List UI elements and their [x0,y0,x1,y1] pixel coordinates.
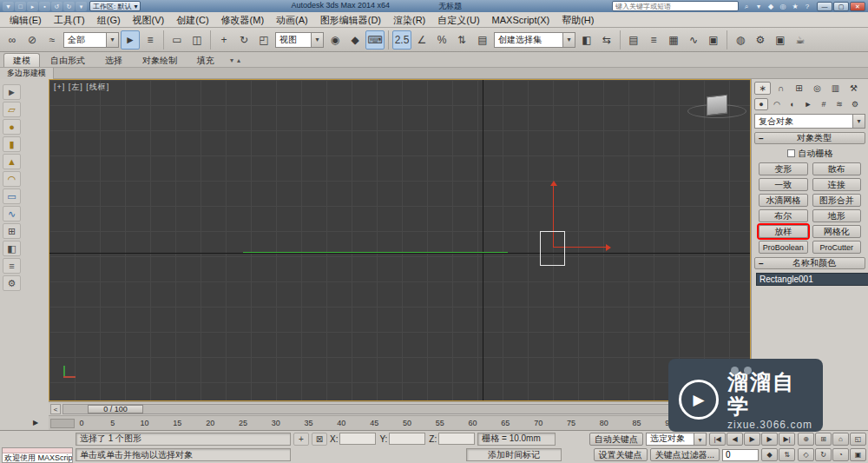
maximize-viewport-toggle-icon[interactable]: ▣ [850,448,866,461]
polygon-modeling-panel-tab[interactable]: 多边形建模 [0,68,54,79]
ribbon-tab-selection[interactable]: 选择 [95,53,132,67]
align-icon[interactable]: ⇆ [597,30,616,50]
coordinate-input[interactable] [389,433,425,445]
menu-rendering[interactable]: 渲染(R) [387,13,431,27]
display-tab-icon[interactable]: ▥ [827,82,844,95]
exchange-apps-icon[interactable]: ◆ [766,2,776,11]
rectangle-spline-edge[interactable] [243,252,508,253]
rendered-frame-window-icon[interactable]: ▣ [771,30,790,50]
settings-tool-icon[interactable]: ⚙ [3,275,21,291]
menu-views[interactable]: 视图(V) [127,13,171,27]
menu-customize[interactable]: 自定义(U) [431,13,485,27]
shapes-category-icon[interactable]: ◠ [770,98,784,110]
select-by-name-icon[interactable]: ≡ [141,30,160,50]
zoom-region-icon[interactable]: ◱ [850,433,866,446]
track-bar[interactable]: 0510152025303540455055606570758085909510… [49,415,751,430]
collapse-rollout-icon[interactable]: − [759,259,767,268]
play-animation-icon[interactable]: ▶ [744,433,760,446]
infocenter-search-input[interactable] [612,1,739,11]
select-object-icon[interactable]: ► [121,30,140,50]
box-primitive-icon[interactable]: ▱ [3,102,21,117]
ribbon-toggle-icon[interactable]: ▦ [664,30,683,50]
scene-explorer-icon[interactable]: ▤ [624,30,643,50]
blobmesh-button[interactable]: 水滴网格 [759,194,808,207]
menu-tools[interactable]: 工具(T) [48,13,91,27]
shapes-tool-icon[interactable]: ∿ [3,206,21,222]
previous-frame-arrow[interactable]: < [50,404,61,414]
menu-modifiers[interactable]: 修改器(M) [215,13,271,27]
key-filters-button[interactable]: 关键点过滤器... [650,448,720,461]
menu-edit[interactable]: 编辑(E) [3,13,48,27]
project-folder-icon[interactable]: ▾ [76,2,87,11]
minimize-button[interactable]: — [817,2,832,11]
torus-primitive-icon[interactable]: ◠ [3,171,21,187]
object-name-field[interactable] [756,273,868,286]
coordinate-input[interactable] [339,433,376,445]
application-menu-icon[interactable]: ▼ [3,2,14,11]
cylinder-primitive-icon[interactable]: ▮ [3,136,21,152]
zoom-extents-icon[interactable]: ⌂ [832,433,849,446]
orbit-icon[interactable]: ↻ [815,448,832,461]
hierarchy-tab-icon[interactable]: ⊞ [791,82,807,95]
angle-snap-icon[interactable]: ∠ [412,30,431,50]
autogrid-checkbox[interactable] [787,149,795,157]
coordinate-input[interactable] [438,433,475,445]
proboolean-button[interactable]: ProBoolean [759,241,808,254]
viewport-left[interactable]: [+] [左] [线框] [49,79,751,401]
key-mode-toggle-icon[interactable]: ◆ [761,448,778,461]
selection-filter-dropdown[interactable]: 全部 ▾ [63,32,119,48]
cameras-category-icon[interactable]: ► [801,98,815,110]
geometry-category-icon[interactable]: ● [754,98,768,110]
undo-icon[interactable]: ↺ [51,2,62,11]
terrain-button[interactable]: 地形 [812,209,862,222]
selected-objects-dropdown[interactable]: 选定对象 ▾ [646,433,707,446]
minimize-ribbon-icon[interactable]: ▴ [237,56,240,64]
object-type-rollout-header[interactable]: − 对象类型 [754,132,865,144]
set-key-button[interactable]: 设置关键点 [594,448,648,461]
ribbon-tab-modeling[interactable]: 建模 [3,53,40,67]
expand-panel-icon[interactable]: ▶ [33,419,38,427]
communication-center-icon[interactable]: ◎ [778,2,788,11]
lights-category-icon[interactable]: ◐ [786,98,799,110]
utilities-tab-icon[interactable]: ⚒ [845,82,862,95]
window-crossing-icon[interactable]: ◫ [187,30,207,50]
viewcube-cube[interactable] [707,95,727,116]
create-tab-icon[interactable]: ∗ [754,82,771,95]
motion-tab-icon[interactable]: ◎ [809,82,825,95]
mirror-icon[interactable]: ◧ [577,30,596,50]
field-of-view-icon[interactable]: ◔ [832,448,849,461]
render-setup-icon[interactable]: ⚙ [751,30,770,50]
unlink-selection-icon[interactable]: ⊘ [23,30,42,50]
ribbon-tab-freeform[interactable]: 自由形式 [41,53,95,67]
next-frame-icon[interactable]: ▶ [761,433,778,446]
modify-tab-icon[interactable]: ∩ [773,82,789,95]
menu-maxscript[interactable]: MAXScript(X) [486,13,556,27]
maxscript-mini-listener[interactable]: 欢迎使用 MAXScript [2,447,73,463]
mesher-button[interactable]: 网格化 [812,225,862,238]
ribbon-options-icon[interactable]: ▾ [230,56,233,64]
schematic-view-icon[interactable]: ▣ [704,30,723,50]
connect-button[interactable]: 连接 [812,178,862,191]
menu-animation[interactable]: 动画(A) [270,13,314,27]
select-and-manipulate-icon[interactable]: ◆ [345,30,365,50]
favorites-icon[interactable]: ★ [790,2,800,11]
collapse-rollout-icon[interactable]: − [759,134,767,143]
y-coordinate-field[interactable]: Y: [379,433,425,445]
time-spinner-icon[interactable]: ⇅ [779,448,795,461]
time-slider-handle[interactable]: 0 / 100 [88,405,143,413]
maximize-button[interactable]: ▢ [833,2,849,11]
select-tool-icon[interactable]: ► [3,84,21,100]
percent-snap-icon[interactable]: % [432,30,451,50]
layers-tool-icon[interactable]: ≡ [3,258,21,274]
morph-button[interactable]: 变形 [759,162,808,175]
scatter-button[interactable]: 散布 [812,162,862,175]
mirror-tool-icon[interactable]: ◧ [3,241,21,256]
menu-help[interactable]: 帮助(H) [556,13,600,27]
help-icon[interactable]: ? [802,2,812,11]
pan-icon[interactable]: ◇ [798,448,814,461]
keyboard-shortcut-override-icon[interactable]: ⌨ [365,30,385,50]
sign-in-icon[interactable]: ▾ [753,2,764,11]
rectangular-selection-region-icon[interactable]: ▭ [168,30,187,50]
current-frame-field[interactable] [722,449,759,461]
select-and-scale-icon[interactable]: ◰ [254,30,273,50]
